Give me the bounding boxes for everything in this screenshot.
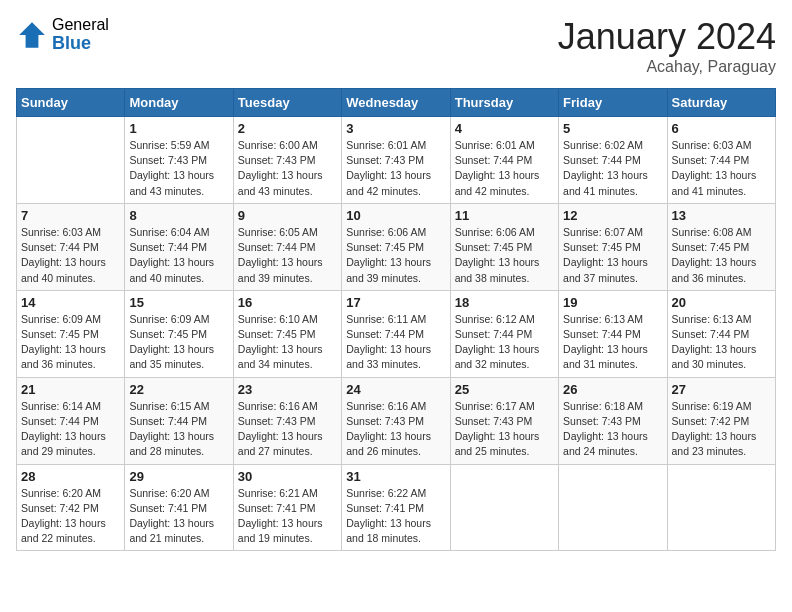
day-info: Sunrise: 6:06 AM Sunset: 7:45 PM Dayligh… bbox=[455, 225, 554, 286]
calendar-cell: 23Sunrise: 6:16 AM Sunset: 7:43 PM Dayli… bbox=[233, 377, 341, 464]
month-year-title: January 2024 bbox=[558, 16, 776, 58]
day-info: Sunrise: 6:07 AM Sunset: 7:45 PM Dayligh… bbox=[563, 225, 662, 286]
day-number: 8 bbox=[129, 208, 228, 223]
calendar-cell: 24Sunrise: 6:16 AM Sunset: 7:43 PM Dayli… bbox=[342, 377, 450, 464]
day-info: Sunrise: 6:09 AM Sunset: 7:45 PM Dayligh… bbox=[21, 312, 120, 373]
logo-text: General Blue bbox=[52, 16, 109, 53]
day-number: 5 bbox=[563, 121, 662, 136]
calendar-cell: 13Sunrise: 6:08 AM Sunset: 7:45 PM Dayli… bbox=[667, 203, 775, 290]
day-info: Sunrise: 6:16 AM Sunset: 7:43 PM Dayligh… bbox=[346, 399, 445, 460]
day-info: Sunrise: 6:10 AM Sunset: 7:45 PM Dayligh… bbox=[238, 312, 337, 373]
calendar-cell: 26Sunrise: 6:18 AM Sunset: 7:43 PM Dayli… bbox=[559, 377, 667, 464]
calendar-week-row: 21Sunrise: 6:14 AM Sunset: 7:44 PM Dayli… bbox=[17, 377, 776, 464]
calendar-cell: 15Sunrise: 6:09 AM Sunset: 7:45 PM Dayli… bbox=[125, 290, 233, 377]
calendar-cell: 9Sunrise: 6:05 AM Sunset: 7:44 PM Daylig… bbox=[233, 203, 341, 290]
day-info: Sunrise: 6:14 AM Sunset: 7:44 PM Dayligh… bbox=[21, 399, 120, 460]
day-number: 1 bbox=[129, 121, 228, 136]
day-info: Sunrise: 6:13 AM Sunset: 7:44 PM Dayligh… bbox=[672, 312, 771, 373]
day-number: 14 bbox=[21, 295, 120, 310]
day-number: 13 bbox=[672, 208, 771, 223]
calendar-cell: 25Sunrise: 6:17 AM Sunset: 7:43 PM Dayli… bbox=[450, 377, 558, 464]
page-header: General Blue January 2024 Acahay, Paragu… bbox=[16, 16, 776, 76]
calendar-cell: 6Sunrise: 6:03 AM Sunset: 7:44 PM Daylig… bbox=[667, 117, 775, 204]
day-number: 10 bbox=[346, 208, 445, 223]
day-number: 12 bbox=[563, 208, 662, 223]
calendar-cell: 4Sunrise: 6:01 AM Sunset: 7:44 PM Daylig… bbox=[450, 117, 558, 204]
calendar-cell: 31Sunrise: 6:22 AM Sunset: 7:41 PM Dayli… bbox=[342, 464, 450, 551]
calendar-cell: 14Sunrise: 6:09 AM Sunset: 7:45 PM Dayli… bbox=[17, 290, 125, 377]
calendar-cell bbox=[17, 117, 125, 204]
day-number: 24 bbox=[346, 382, 445, 397]
calendar-cell: 8Sunrise: 6:04 AM Sunset: 7:44 PM Daylig… bbox=[125, 203, 233, 290]
calendar-cell: 2Sunrise: 6:00 AM Sunset: 7:43 PM Daylig… bbox=[233, 117, 341, 204]
calendar-cell: 16Sunrise: 6:10 AM Sunset: 7:45 PM Dayli… bbox=[233, 290, 341, 377]
calendar-cell: 7Sunrise: 6:03 AM Sunset: 7:44 PM Daylig… bbox=[17, 203, 125, 290]
day-number: 22 bbox=[129, 382, 228, 397]
day-number: 20 bbox=[672, 295, 771, 310]
calendar-week-row: 1Sunrise: 5:59 AM Sunset: 7:43 PM Daylig… bbox=[17, 117, 776, 204]
weekday-header-cell: Thursday bbox=[450, 89, 558, 117]
day-info: Sunrise: 6:11 AM Sunset: 7:44 PM Dayligh… bbox=[346, 312, 445, 373]
day-number: 11 bbox=[455, 208, 554, 223]
calendar-cell: 19Sunrise: 6:13 AM Sunset: 7:44 PM Dayli… bbox=[559, 290, 667, 377]
day-info: Sunrise: 6:17 AM Sunset: 7:43 PM Dayligh… bbox=[455, 399, 554, 460]
day-number: 18 bbox=[455, 295, 554, 310]
calendar-cell: 5Sunrise: 6:02 AM Sunset: 7:44 PM Daylig… bbox=[559, 117, 667, 204]
calendar-body: 1Sunrise: 5:59 AM Sunset: 7:43 PM Daylig… bbox=[17, 117, 776, 551]
calendar-cell bbox=[450, 464, 558, 551]
calendar-week-row: 7Sunrise: 6:03 AM Sunset: 7:44 PM Daylig… bbox=[17, 203, 776, 290]
day-info: Sunrise: 6:00 AM Sunset: 7:43 PM Dayligh… bbox=[238, 138, 337, 199]
calendar-cell: 30Sunrise: 6:21 AM Sunset: 7:41 PM Dayli… bbox=[233, 464, 341, 551]
day-number: 28 bbox=[21, 469, 120, 484]
weekday-header-cell: Sunday bbox=[17, 89, 125, 117]
calendar-cell: 22Sunrise: 6:15 AM Sunset: 7:44 PM Dayli… bbox=[125, 377, 233, 464]
calendar-cell: 29Sunrise: 6:20 AM Sunset: 7:41 PM Dayli… bbox=[125, 464, 233, 551]
day-info: Sunrise: 6:09 AM Sunset: 7:45 PM Dayligh… bbox=[129, 312, 228, 373]
day-number: 29 bbox=[129, 469, 228, 484]
day-info: Sunrise: 6:05 AM Sunset: 7:44 PM Dayligh… bbox=[238, 225, 337, 286]
weekday-header-cell: Friday bbox=[559, 89, 667, 117]
day-info: Sunrise: 6:03 AM Sunset: 7:44 PM Dayligh… bbox=[21, 225, 120, 286]
logo: General Blue bbox=[16, 16, 109, 53]
day-number: 2 bbox=[238, 121, 337, 136]
calendar-cell: 18Sunrise: 6:12 AM Sunset: 7:44 PM Dayli… bbox=[450, 290, 558, 377]
day-info: Sunrise: 5:59 AM Sunset: 7:43 PM Dayligh… bbox=[129, 138, 228, 199]
svg-marker-0 bbox=[19, 22, 45, 48]
weekday-header-cell: Wednesday bbox=[342, 89, 450, 117]
day-number: 6 bbox=[672, 121, 771, 136]
weekday-header-cell: Tuesday bbox=[233, 89, 341, 117]
day-number: 30 bbox=[238, 469, 337, 484]
calendar-week-row: 14Sunrise: 6:09 AM Sunset: 7:45 PM Dayli… bbox=[17, 290, 776, 377]
calendar-cell: 1Sunrise: 5:59 AM Sunset: 7:43 PM Daylig… bbox=[125, 117, 233, 204]
day-info: Sunrise: 6:18 AM Sunset: 7:43 PM Dayligh… bbox=[563, 399, 662, 460]
location-subtitle: Acahay, Paraguay bbox=[558, 58, 776, 76]
calendar-cell: 20Sunrise: 6:13 AM Sunset: 7:44 PM Dayli… bbox=[667, 290, 775, 377]
day-number: 17 bbox=[346, 295, 445, 310]
day-info: Sunrise: 6:13 AM Sunset: 7:44 PM Dayligh… bbox=[563, 312, 662, 373]
logo-blue: Blue bbox=[52, 34, 109, 54]
calendar-cell: 17Sunrise: 6:11 AM Sunset: 7:44 PM Dayli… bbox=[342, 290, 450, 377]
day-info: Sunrise: 6:15 AM Sunset: 7:44 PM Dayligh… bbox=[129, 399, 228, 460]
calendar-cell: 27Sunrise: 6:19 AM Sunset: 7:42 PM Dayli… bbox=[667, 377, 775, 464]
calendar-cell: 10Sunrise: 6:06 AM Sunset: 7:45 PM Dayli… bbox=[342, 203, 450, 290]
calendar-cell: 12Sunrise: 6:07 AM Sunset: 7:45 PM Dayli… bbox=[559, 203, 667, 290]
day-info: Sunrise: 6:06 AM Sunset: 7:45 PM Dayligh… bbox=[346, 225, 445, 286]
day-info: Sunrise: 6:08 AM Sunset: 7:45 PM Dayligh… bbox=[672, 225, 771, 286]
day-number: 23 bbox=[238, 382, 337, 397]
day-number: 21 bbox=[21, 382, 120, 397]
day-info: Sunrise: 6:21 AM Sunset: 7:41 PM Dayligh… bbox=[238, 486, 337, 547]
day-info: Sunrise: 6:20 AM Sunset: 7:41 PM Dayligh… bbox=[129, 486, 228, 547]
day-number: 25 bbox=[455, 382, 554, 397]
day-info: Sunrise: 6:22 AM Sunset: 7:41 PM Dayligh… bbox=[346, 486, 445, 547]
day-info: Sunrise: 6:16 AM Sunset: 7:43 PM Dayligh… bbox=[238, 399, 337, 460]
weekday-header-cell: Saturday bbox=[667, 89, 775, 117]
day-info: Sunrise: 6:20 AM Sunset: 7:42 PM Dayligh… bbox=[21, 486, 120, 547]
day-info: Sunrise: 6:04 AM Sunset: 7:44 PM Dayligh… bbox=[129, 225, 228, 286]
calendar-table: SundayMondayTuesdayWednesdayThursdayFrid… bbox=[16, 88, 776, 551]
calendar-week-row: 28Sunrise: 6:20 AM Sunset: 7:42 PM Dayli… bbox=[17, 464, 776, 551]
weekday-header-row: SundayMondayTuesdayWednesdayThursdayFrid… bbox=[17, 89, 776, 117]
logo-general: General bbox=[52, 16, 109, 34]
day-number: 31 bbox=[346, 469, 445, 484]
calendar-cell: 11Sunrise: 6:06 AM Sunset: 7:45 PM Dayli… bbox=[450, 203, 558, 290]
logo-icon bbox=[16, 19, 48, 51]
